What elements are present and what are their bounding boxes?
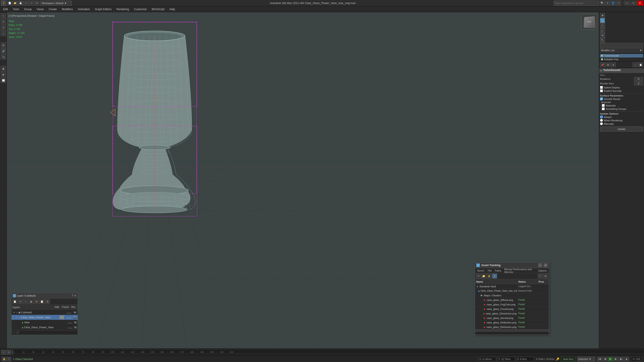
at-menu-file[interactable]: File <box>486 269 493 272</box>
turbosmooth-header[interactable]: ▼ TurboSmooth <box>599 68 644 73</box>
layer-row-vase[interactable]: · ▲ Vase —— 📷 <box>12 320 78 325</box>
manually-radio-row[interactable]: Manually <box>600 122 643 125</box>
new-btn[interactable]: 📄 <box>7 1 12 6</box>
asset-row-reflection[interactable]: ■ vase_glass_Reflection.png Found <box>475 320 549 325</box>
at-menu-options[interactable]: Options <box>537 269 548 272</box>
close-btn[interactable]: ✕ <box>637 1 643 6</box>
at-btn-refresh[interactable]: ↺ <box>476 274 481 279</box>
modifier-params-scroll[interactable]: ▼ TurboSmooth Main Iterations: 0 Render … <box>599 68 644 349</box>
stop-btn[interactable]: ■ <box>624 357 629 362</box>
search-icon[interactable]: 🔍 <box>600 1 605 6</box>
move-tool[interactable]: ✛ <box>1 19 6 24</box>
lock-icon[interactable]: 🔒 <box>2 357 6 361</box>
layers-btn-1[interactable]: 📋 <box>12 299 18 304</box>
asset-tracking-scrollbar[interactable] <box>475 329 549 332</box>
menu-help[interactable]: Help <box>167 7 178 11</box>
always-radio[interactable] <box>600 115 603 118</box>
asset-tracking-close[interactable]: ✕ <box>544 263 548 267</box>
asset-row-fog[interactable]: ■ vase_glass_FogColor.png Found <box>475 302 549 307</box>
materials-row[interactable]: Materials <box>602 104 643 107</box>
at-btn-settings[interactable]: ⚙ <box>543 274 548 279</box>
menu-edit[interactable]: Edit <box>1 7 10 11</box>
x-coord-field[interactable]: X: 2.142cm <box>478 357 496 361</box>
at-menu-bitmap[interactable]: Bitmap Performance and Memory <box>503 268 536 273</box>
utilities-panel-btn[interactable]: 🔨 <box>600 38 605 43</box>
select-tool[interactable]: ↖ <box>1 13 6 18</box>
hierarchy-panel-btn[interactable]: ⬡ <box>600 23 605 28</box>
bind-tool[interactable]: 📎 <box>1 54 6 59</box>
window-crossing[interactable]: ⬜ <box>1 78 6 83</box>
menu-group[interactable]: Group <box>22 7 34 11</box>
minimize-btn[interactable]: ─ <box>624 1 630 6</box>
asset-row-refraction[interactable]: ■ vase_glass_Refraction.png Found <box>475 325 549 329</box>
link-tool[interactable]: ⛓ <box>1 42 6 48</box>
at-btn-resolve[interactable]: 📁 <box>481 274 486 279</box>
asset-tracking-minimize[interactable]: ─ <box>538 263 542 267</box>
isoline-display-checkbox[interactable] <box>600 86 603 89</box>
menu-modifiers[interactable]: Modifiers <box>60 7 75 11</box>
smoothing-groups-row[interactable]: Smoothing Groups <box>602 107 643 110</box>
select-all[interactable]: ◉ <box>1 72 6 77</box>
asset-row-vault[interactable]: ● Autodesk Vault Logged Out... <box>475 284 549 289</box>
layer-row-default[interactable]: ▼ ✓ ▣ 0 (default) —— 📷 <box>12 310 78 315</box>
z-coord-field[interactable]: Z: 0.0cm <box>516 357 534 361</box>
user-icon[interactable]: 👤 <box>610 1 616 6</box>
info-icon[interactable]: ℹ <box>605 1 610 6</box>
always-radio-row[interactable]: Always <box>600 115 643 118</box>
mod-instance-btn[interactable]: ↓ <box>633 62 638 67</box>
layers-btn-6[interactable]: 📋 <box>40 299 44 304</box>
asset-row-maps[interactable]: ▶ Maps / Shaders <box>475 293 549 298</box>
prev-frame-btn[interactable]: ◀ <box>602 357 608 362</box>
display-panel-btn[interactable]: 👁 <box>600 33 605 38</box>
materials-checkbox[interactable] <box>602 104 605 107</box>
viewport-3d[interactable]: [+] [Perspective] [Shaded + Edged Faces]… <box>7 12 599 349</box>
expand-icon-1[interactable]: ▼ <box>15 316 18 319</box>
timeline[interactable]: 0 10 20 30 40 50 60 70 80 90 100 110 120… <box>12 349 644 355</box>
smoothing-groups-checkbox[interactable] <box>602 107 605 110</box>
motion-panel-btn[interactable]: ▷ <box>600 28 605 33</box>
expand-icon[interactable]: ▼ <box>12 311 16 314</box>
help-icon[interactable]: ? <box>616 1 621 6</box>
at-btn-help[interactable]: ? <box>538 274 543 279</box>
selected-dropdown[interactable]: Selected ▼ <box>577 357 595 362</box>
modifier-list-header[interactable]: Modifier List ▼ <box>600 48 643 52</box>
prev-key-btn[interactable]: |◀ <box>597 357 602 362</box>
at-btn-merge[interactable]: ⚡ <box>487 274 492 279</box>
layers-help-btn[interactable]: ? <box>72 294 73 297</box>
asset-row-max[interactable]: ■ Clear_Glass_Flower_Vase_max_vray.max N… <box>475 289 549 293</box>
modifier-turbosmooth[interactable]: TurboSmooth <box>600 54 643 57</box>
workspace-dropdown[interactable]: Workspace: Default ▼ <box>40 1 72 6</box>
render-iters-value[interactable]: 2 <box>634 81 643 85</box>
menu-views[interactable]: Views <box>34 7 46 11</box>
undo-btn[interactable]: ↩ <box>24 1 28 6</box>
maximize-btn[interactable]: □ <box>630 1 636 6</box>
layers-btn-7[interactable]: ❄ <box>45 299 50 304</box>
menu-animation[interactable]: Animation <box>76 7 92 11</box>
scale-tool[interactable]: ⤢ <box>1 31 6 36</box>
menu-maxscript[interactable]: MAXScript <box>150 7 167 11</box>
layers-btn-3[interactable]: + <box>23 299 28 304</box>
layers-btn-5[interactable]: ⚙ <box>34 299 39 304</box>
menu-rendering[interactable]: Rendering <box>114 7 131 11</box>
mod-copy-btn[interactable]: 📋 <box>638 62 643 67</box>
layers-close-btn[interactable]: ✕ <box>74 294 76 297</box>
layer-row-group[interactable]: ▼ ⬡ Clear_Glass_Flower_Vase —— 📷 <box>12 315 78 320</box>
smooth-result-row[interactable]: Smooth Result <box>600 97 643 100</box>
asset-row-fresnel[interactable]: ■ vase_glass_Fresnel.png Found <box>475 307 549 311</box>
layer-row-vase2[interactable]: · ▲ Clear_Glass_Flower_Vase —— 📷 <box>12 325 78 330</box>
settings-btn[interactable]: ⚙ <box>34 1 39 6</box>
play-btn[interactable]: ▶ <box>608 357 613 362</box>
mod-delete-btn[interactable]: ✕ <box>611 62 616 67</box>
frame-counter[interactable]: 0 / 225 <box>631 357 642 361</box>
key-mode-btn[interactable]: ⌗ <box>1 350 6 355</box>
asset-row-normal[interactable]: ■ vase_glass_Normal.png Found <box>475 316 549 320</box>
iterations-value[interactable]: 0 <box>634 77 643 81</box>
when-rendering-radio[interactable] <box>600 119 603 122</box>
menu-customize[interactable]: Customize <box>132 7 149 11</box>
time-mode-btn[interactable]: ⊙ <box>6 350 11 355</box>
redo-btn[interactable]: ↪ <box>29 1 34 6</box>
menu-create[interactable]: Create <box>46 7 59 11</box>
y-coord-field[interactable]: Y: 12.79cm <box>497 357 515 361</box>
isoline-display-row[interactable]: Isoline Display <box>600 86 643 89</box>
open-btn[interactable]: 📂 <box>13 1 18 6</box>
